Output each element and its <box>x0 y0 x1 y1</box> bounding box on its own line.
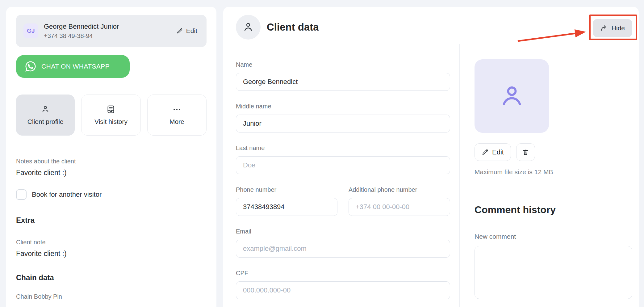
whatsapp-button-label: CHAT ON WHATSAPP <box>41 63 110 70</box>
middle-name-input[interactable] <box>236 115 450 132</box>
delete-photo-button[interactable] <box>516 143 535 161</box>
cpf-label: CPF <box>236 269 450 277</box>
ellipsis-icon <box>172 105 182 114</box>
client-phone: +374 38 49-38-94 <box>44 32 119 40</box>
tab-client-profile[interactable]: Client profile <box>16 95 75 136</box>
tab-client-profile-label: Client profile <box>27 118 64 125</box>
phone-number-input[interactable] <box>236 198 337 216</box>
hide-button-label: Hide <box>612 24 625 32</box>
person-circle-icon <box>236 15 261 40</box>
chain-data-heading: Chain data <box>16 273 207 282</box>
pencil-icon <box>482 149 489 156</box>
client-sidebar: GJ George Bennedict Junior +374 38 49-38… <box>6 7 216 307</box>
name-input[interactable] <box>236 73 450 91</box>
book-for-another-visitor-row: Book for another visitor <box>16 189 207 200</box>
edit-client-button[interactable]: Edit <box>174 27 199 35</box>
edit-client-label: Edit <box>186 27 197 35</box>
client-note-value: Favorite client :) <box>16 250 207 258</box>
avatar: GJ <box>23 23 38 38</box>
book-for-another-visitor-checkbox[interactable] <box>16 189 27 200</box>
notes-about-client-value: Favorite client :) <box>16 169 207 177</box>
arrow-redirect-icon <box>600 24 608 32</box>
book-for-another-visitor-label: Book for another visitor <box>32 191 102 199</box>
person-icon <box>41 105 50 114</box>
email-input[interactable] <box>236 240 450 258</box>
page-title: Client data <box>267 21 319 33</box>
phone-number-label: Phone number <box>236 186 337 194</box>
journal-icon <box>106 105 115 114</box>
client-summary-card: GJ George Bennedict Junior +374 38 49-38… <box>16 15 207 47</box>
pencil-icon <box>176 27 183 34</box>
middle-name-label: Middle name <box>236 102 450 110</box>
client-name: George Bennedict Junior <box>44 23 119 31</box>
new-comment-label: New comment <box>475 233 632 240</box>
whatsapp-icon <box>25 61 36 72</box>
notes-about-client-label: Notes about the client <box>16 158 207 165</box>
photo-actions: Edit <box>475 143 632 161</box>
edit-photo-button[interactable]: Edit <box>475 143 511 161</box>
name-label: Name <box>236 61 450 69</box>
client-data-header: Client data <box>236 15 319 40</box>
additional-phone-input[interactable] <box>349 198 450 216</box>
chain-row-label: Chain Bobby Pin <box>16 293 207 300</box>
trash-icon <box>522 148 529 156</box>
client-tabs: Client profile Visit history More <box>16 95 207 136</box>
tab-more-label: More <box>169 118 184 125</box>
client-photo-placeholder <box>475 59 549 133</box>
edit-photo-label: Edit <box>492 148 504 156</box>
last-name-input[interactable] <box>236 156 450 174</box>
client-note-label: Client note <box>16 239 207 246</box>
last-name-label: Last name <box>236 144 450 152</box>
comment-history-heading: Comment history <box>475 204 632 216</box>
extra-heading: Extra <box>16 216 207 225</box>
tab-visit-history[interactable]: Visit history <box>81 95 140 136</box>
photo-and-comments-column: Edit Maximum file size is 12 MB Comment … <box>475 59 632 300</box>
max-file-size-hint: Maximum file size is 12 MB <box>475 168 632 176</box>
client-data-panel: Client data Hide Name Middle name Last n… <box>223 7 639 307</box>
email-label: Email <box>236 227 450 235</box>
column-divider <box>459 44 460 307</box>
new-comment-textarea[interactable] <box>475 246 632 299</box>
hide-button[interactable]: Hide <box>593 19 632 37</box>
cpf-input[interactable] <box>236 281 450 299</box>
client-data-form: Name Middle name Last name Phone number … <box>236 61 450 299</box>
tab-more[interactable]: More <box>147 95 207 136</box>
tab-visit-history-label: Visit history <box>94 118 128 125</box>
additional-phone-label: Additional phone number <box>349 186 450 194</box>
chat-on-whatsapp-button[interactable]: CHAT ON WHATSAPP <box>16 55 130 78</box>
